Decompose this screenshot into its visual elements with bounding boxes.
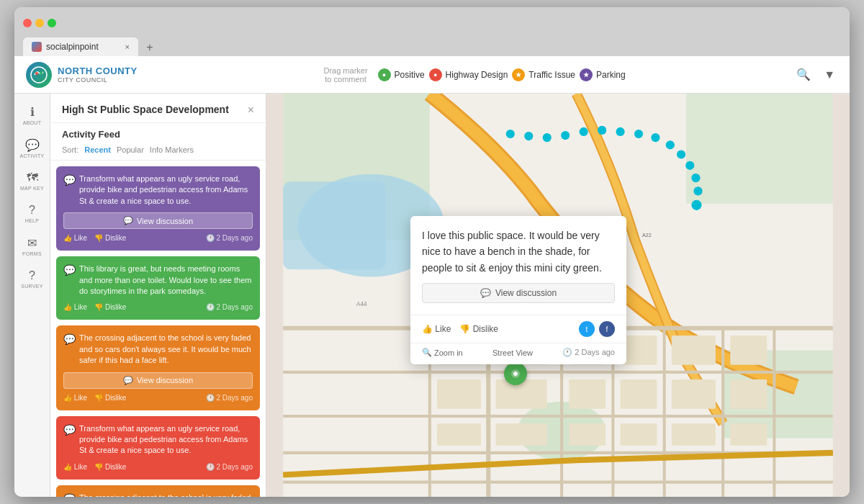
svg-rect-38 bbox=[672, 423, 716, 446]
sidebar-item-about[interactable]: ℹ About bbox=[14, 99, 50, 131]
svg-point-59 bbox=[513, 372, 518, 376]
feed-card-4-actions: 👍 Like 👎 Dislike 🕐 2 Days ago bbox=[63, 462, 253, 472]
feed-card-5-content: The crossing adjacent to the school is v… bbox=[79, 492, 251, 497]
view-discussion-icon-3: 💬 bbox=[123, 376, 133, 385]
feed-card-3: 💬 The crossing adjacent to the school is… bbox=[56, 325, 260, 410]
svg-point-51 bbox=[685, 161, 694, 170]
view-discussion-btn-3[interactable]: 💬 View discussion bbox=[63, 372, 253, 389]
svg-rect-36 bbox=[569, 423, 606, 446]
feed-card-5: 💬 The crossing adjacent to the school is… bbox=[56, 485, 260, 497]
drag-hint-line2: to comment bbox=[323, 75, 367, 84]
svg-point-42 bbox=[543, 133, 552, 142]
like-btn-2[interactable]: 👍 Like bbox=[63, 302, 87, 312]
feed-card-4-btns: 👍 Like 👎 Dislike bbox=[63, 462, 126, 472]
sidebar-item-help[interactable]: ? Help bbox=[14, 198, 50, 229]
drag-hint-line1: Drag marker bbox=[323, 66, 367, 75]
like-btn-4[interactable]: 👍 Like bbox=[63, 462, 87, 472]
browser-window: socialpinpoint × + NoRTH CouNTY City Cou bbox=[14, 7, 850, 497]
about-icon: ℹ bbox=[30, 105, 35, 119]
svg-point-54 bbox=[691, 200, 701, 210]
maximize-browser-btn[interactable] bbox=[48, 19, 56, 27]
green-location-marker[interactable] bbox=[504, 362, 527, 385]
browser-chrome bbox=[14, 7, 850, 33]
minimize-browser-btn[interactable] bbox=[35, 19, 44, 27]
popup-street-view-btn[interactable]: Street View bbox=[492, 348, 533, 357]
sidebar-item-survey[interactable]: ? Survey bbox=[14, 264, 50, 294]
svg-point-40 bbox=[506, 130, 515, 138]
popup-like-btn[interactable]: 👍 Like bbox=[422, 324, 451, 334]
feed-card-2-text: 💬 This library is great, but needs meeti… bbox=[63, 264, 253, 297]
browser-tab[interactable]: socialpinpoint × bbox=[23, 37, 138, 56]
feed-card-2-btns: 👍 Like 👎 Dislike bbox=[63, 302, 126, 312]
tab-bar: socialpinpoint × + bbox=[14, 33, 850, 56]
sort-label: Sort: bbox=[62, 145, 78, 154]
feed-list: 💬 Transform what appears an ugly service… bbox=[50, 161, 266, 497]
popup-bottom-row: 🔍 Zoom in Street View 🕐 2 Days ago bbox=[410, 343, 626, 364]
dislike-btn-2[interactable]: 👎 Dislike bbox=[94, 302, 126, 312]
svg-rect-37 bbox=[621, 423, 657, 446]
svg-point-46 bbox=[616, 127, 624, 136]
sort-popular[interactable]: Popular bbox=[117, 145, 144, 154]
sort-info-markers[interactable]: Info Markers bbox=[150, 145, 194, 154]
panel-close-btn[interactable]: × bbox=[248, 104, 254, 117]
svg-rect-29 bbox=[495, 379, 546, 409]
feed-card-1-btns: 👍 Like 👎 Dislike bbox=[63, 233, 126, 243]
tab-close-btn[interactable]: × bbox=[125, 42, 130, 51]
popup-dislike-btn[interactable]: 👎 Dislike bbox=[459, 324, 498, 334]
feed-card-3-content: The crossing adjacent to the school is v… bbox=[79, 333, 253, 366]
feed-card-1-actions: 👍 Like 👎 Dislike 🕐 2 Days ago bbox=[63, 233, 253, 243]
svg-point-43 bbox=[561, 131, 570, 140]
view-discussion-btn-1[interactable]: 💬 View discussion bbox=[63, 212, 253, 229]
header-actions: 🔍 ▼ bbox=[793, 65, 838, 84]
view-discussion-label-3: View discussion bbox=[137, 376, 193, 384]
legend-parking: ★ Parking bbox=[580, 68, 626, 81]
svg-point-52 bbox=[691, 174, 700, 182]
view-discussion-label-1: View discussion bbox=[137, 217, 193, 225]
map-popup-view-label: View discussion bbox=[495, 288, 557, 298]
legend-highway-dot: ● bbox=[429, 68, 442, 81]
map-popup-footer: 👍 Like 👎 Dislike t f bbox=[410, 315, 626, 343]
svg-point-1 bbox=[35, 72, 38, 75]
sort-recent[interactable]: Recent bbox=[84, 145, 111, 154]
legend-positive-dot: ● bbox=[378, 68, 391, 81]
feed-card-4: 💬 Transform what appears an ugly service… bbox=[56, 416, 260, 480]
svg-point-45 bbox=[598, 126, 606, 135]
facebook-share-btn[interactable]: f bbox=[599, 321, 615, 337]
map-popup-text: I love this public space. It would be ve… bbox=[422, 228, 615, 276]
sidebar-item-activity[interactable]: 💬 Activity bbox=[14, 132, 50, 164]
sidebar-item-mapkey[interactable]: 🗺 Map Key bbox=[14, 166, 50, 197]
legend-highway-label: Highway Design bbox=[446, 70, 508, 80]
logo-title: NoRTH CouNTY bbox=[58, 66, 138, 76]
search-button[interactable]: 🔍 bbox=[793, 65, 814, 84]
feed-card-3-actions: 👍 Like 👎 Dislike 🕐 2 Days ago bbox=[63, 393, 253, 403]
svg-rect-9 bbox=[283, 181, 386, 269]
popup-zoom-btn[interactable]: 🔍 Zoom in bbox=[422, 348, 463, 357]
map-popup-discussion-icon: 💬 bbox=[480, 288, 491, 298]
app-header: NoRTH CouNTY City Council Drag marker to… bbox=[14, 56, 850, 94]
map-popup-view-discussion-btn[interactable]: 💬 View discussion bbox=[422, 283, 615, 303]
sidebar-item-forms[interactable]: ✉ Forms bbox=[14, 230, 50, 262]
header-legend-area: Drag marker to comment ● Positive ● High… bbox=[170, 66, 779, 84]
tab-favicon bbox=[32, 42, 42, 52]
like-btn-3[interactable]: 👍 Like bbox=[63, 393, 87, 403]
dislike-btn-3[interactable]: 👎 Dislike bbox=[94, 393, 126, 403]
close-browser-btn[interactable] bbox=[23, 19, 32, 27]
dislike-btn-1[interactable]: 👎 Dislike bbox=[94, 233, 126, 243]
feed-card-1-time: 🕐 2 Days ago bbox=[206, 233, 253, 243]
activity-feed-header: Activity Feed Sort: Recent Popular Info … bbox=[50, 123, 266, 161]
new-tab-btn[interactable]: + bbox=[141, 39, 158, 56]
svg-text:A44: A44 bbox=[356, 301, 367, 307]
activity-feed-title: Activity Feed bbox=[62, 129, 254, 140]
dislike-btn-4[interactable]: 👎 Dislike bbox=[94, 462, 126, 472]
filter-button[interactable]: ▼ bbox=[821, 65, 838, 84]
map-area[interactable]: A44 A33 A22 I love this public space. It… bbox=[266, 94, 850, 497]
svg-rect-26 bbox=[672, 336, 716, 365]
feed-card-4-content: Transform what appears an ugly service r… bbox=[79, 423, 253, 456]
mapkey-icon: 🗺 bbox=[27, 171, 38, 184]
survey-label: Survey bbox=[21, 284, 42, 289]
like-btn-1[interactable]: 👍 Like bbox=[63, 233, 87, 243]
speech-bubble-icon-2: 💬 bbox=[63, 264, 76, 278]
twitter-share-btn[interactable]: t bbox=[579, 321, 595, 337]
svg-point-0 bbox=[31, 67, 47, 83]
feed-card-1: 💬 Transform what appears an ugly service… bbox=[56, 166, 260, 251]
